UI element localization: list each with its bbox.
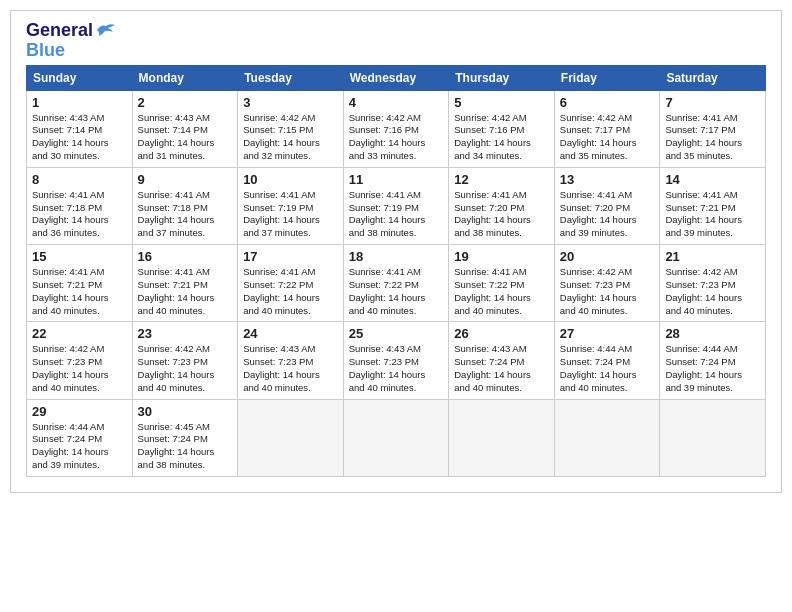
day-number: 29 [32, 404, 127, 419]
day-number: 21 [665, 249, 760, 264]
empty-cell [449, 399, 555, 476]
day-cell-8: 8 Sunrise: 4:41 AMSunset: 7:18 PMDayligh… [27, 167, 133, 244]
day-cell-7: 7 Sunrise: 4:41 AMSunset: 7:17 PMDayligh… [660, 90, 766, 167]
day-number: 30 [138, 404, 233, 419]
day-cell-15: 15 Sunrise: 4:41 AMSunset: 7:21 PMDaylig… [27, 245, 133, 322]
calendar-week-4: 22 Sunrise: 4:42 AMSunset: 7:23 PMDaylig… [27, 322, 766, 399]
day-cell-25: 25 Sunrise: 4:43 AMSunset: 7:23 PMDaylig… [343, 322, 449, 399]
day-number: 10 [243, 172, 338, 187]
day-number: 23 [138, 326, 233, 341]
day-number: 7 [665, 95, 760, 110]
day-cell-10: 10 Sunrise: 4:41 AMSunset: 7:19 PMDaylig… [238, 167, 344, 244]
column-header-thursday: Thursday [449, 65, 555, 90]
day-info: Sunrise: 4:42 AMSunset: 7:17 PMDaylight:… [560, 112, 637, 161]
header: General Blue [26, 21, 766, 61]
day-info: Sunrise: 4:43 AMSunset: 7:23 PMDaylight:… [349, 343, 426, 392]
column-header-saturday: Saturday [660, 65, 766, 90]
day-cell-24: 24 Sunrise: 4:43 AMSunset: 7:23 PMDaylig… [238, 322, 344, 399]
column-header-tuesday: Tuesday [238, 65, 344, 90]
day-info: Sunrise: 4:41 AMSunset: 7:18 PMDaylight:… [138, 189, 215, 238]
day-cell-9: 9 Sunrise: 4:41 AMSunset: 7:18 PMDayligh… [132, 167, 238, 244]
day-number: 26 [454, 326, 549, 341]
day-number: 24 [243, 326, 338, 341]
day-info: Sunrise: 4:42 AMSunset: 7:23 PMDaylight:… [665, 266, 742, 315]
day-info: Sunrise: 4:43 AMSunset: 7:14 PMDaylight:… [32, 112, 109, 161]
logo-text-general: General [26, 21, 93, 41]
day-number: 25 [349, 326, 444, 341]
day-cell-19: 19 Sunrise: 4:41 AMSunset: 7:22 PMDaylig… [449, 245, 555, 322]
day-number: 19 [454, 249, 549, 264]
day-info: Sunrise: 4:42 AMSunset: 7:16 PMDaylight:… [454, 112, 531, 161]
calendar-week-3: 15 Sunrise: 4:41 AMSunset: 7:21 PMDaylig… [27, 245, 766, 322]
calendar-week-5: 29 Sunrise: 4:44 AMSunset: 7:24 PMDaylig… [27, 399, 766, 476]
day-number: 16 [138, 249, 233, 264]
day-info: Sunrise: 4:41 AMSunset: 7:21 PMDaylight:… [665, 189, 742, 238]
day-cell-28: 28 Sunrise: 4:44 AMSunset: 7:24 PMDaylig… [660, 322, 766, 399]
day-cell-11: 11 Sunrise: 4:41 AMSunset: 7:19 PMDaylig… [343, 167, 449, 244]
day-number: 13 [560, 172, 655, 187]
day-cell-17: 17 Sunrise: 4:41 AMSunset: 7:22 PMDaylig… [238, 245, 344, 322]
day-cell-23: 23 Sunrise: 4:42 AMSunset: 7:23 PMDaylig… [132, 322, 238, 399]
day-cell-3: 3 Sunrise: 4:42 AMSunset: 7:15 PMDayligh… [238, 90, 344, 167]
day-cell-5: 5 Sunrise: 4:42 AMSunset: 7:16 PMDayligh… [449, 90, 555, 167]
day-number: 9 [138, 172, 233, 187]
day-number: 8 [32, 172, 127, 187]
day-info: Sunrise: 4:41 AMSunset: 7:21 PMDaylight:… [138, 266, 215, 315]
day-info: Sunrise: 4:44 AMSunset: 7:24 PMDaylight:… [665, 343, 742, 392]
day-cell-13: 13 Sunrise: 4:41 AMSunset: 7:20 PMDaylig… [554, 167, 660, 244]
day-info: Sunrise: 4:44 AMSunset: 7:24 PMDaylight:… [32, 421, 109, 470]
calendar: SundayMondayTuesdayWednesdayThursdayFrid… [26, 65, 766, 477]
calendar-week-2: 8 Sunrise: 4:41 AMSunset: 7:18 PMDayligh… [27, 167, 766, 244]
day-number: 1 [32, 95, 127, 110]
day-cell-1: 1 Sunrise: 4:43 AMSunset: 7:14 PMDayligh… [27, 90, 133, 167]
logo: General Blue [26, 21, 117, 61]
day-cell-20: 20 Sunrise: 4:42 AMSunset: 7:23 PMDaylig… [554, 245, 660, 322]
page: General Blue SundayMondayTuesdayWednesda… [10, 10, 782, 493]
column-header-friday: Friday [554, 65, 660, 90]
column-header-sunday: Sunday [27, 65, 133, 90]
day-info: Sunrise: 4:43 AMSunset: 7:23 PMDaylight:… [243, 343, 320, 392]
empty-cell [343, 399, 449, 476]
day-cell-30: 30 Sunrise: 4:45 AMSunset: 7:24 PMDaylig… [132, 399, 238, 476]
day-number: 4 [349, 95, 444, 110]
day-cell-4: 4 Sunrise: 4:42 AMSunset: 7:16 PMDayligh… [343, 90, 449, 167]
day-number: 15 [32, 249, 127, 264]
day-info: Sunrise: 4:42 AMSunset: 7:15 PMDaylight:… [243, 112, 320, 161]
day-number: 27 [560, 326, 655, 341]
day-cell-16: 16 Sunrise: 4:41 AMSunset: 7:21 PMDaylig… [132, 245, 238, 322]
empty-cell [238, 399, 344, 476]
day-number: 22 [32, 326, 127, 341]
day-info: Sunrise: 4:42 AMSunset: 7:16 PMDaylight:… [349, 112, 426, 161]
day-number: 3 [243, 95, 338, 110]
logo-bird-icon [95, 22, 117, 38]
day-cell-14: 14 Sunrise: 4:41 AMSunset: 7:21 PMDaylig… [660, 167, 766, 244]
day-number: 20 [560, 249, 655, 264]
column-header-monday: Monday [132, 65, 238, 90]
empty-cell [554, 399, 660, 476]
day-info: Sunrise: 4:41 AMSunset: 7:22 PMDaylight:… [349, 266, 426, 315]
day-info: Sunrise: 4:42 AMSunset: 7:23 PMDaylight:… [138, 343, 215, 392]
day-number: 6 [560, 95, 655, 110]
day-cell-29: 29 Sunrise: 4:44 AMSunset: 7:24 PMDaylig… [27, 399, 133, 476]
calendar-week-1: 1 Sunrise: 4:43 AMSunset: 7:14 PMDayligh… [27, 90, 766, 167]
day-info: Sunrise: 4:44 AMSunset: 7:24 PMDaylight:… [560, 343, 637, 392]
day-number: 12 [454, 172, 549, 187]
day-info: Sunrise: 4:42 AMSunset: 7:23 PMDaylight:… [32, 343, 109, 392]
day-info: Sunrise: 4:43 AMSunset: 7:14 PMDaylight:… [138, 112, 215, 161]
empty-cell [660, 399, 766, 476]
day-cell-27: 27 Sunrise: 4:44 AMSunset: 7:24 PMDaylig… [554, 322, 660, 399]
day-number: 11 [349, 172, 444, 187]
logo-text-blue: Blue [26, 41, 65, 61]
day-info: Sunrise: 4:41 AMSunset: 7:17 PMDaylight:… [665, 112, 742, 161]
day-info: Sunrise: 4:42 AMSunset: 7:23 PMDaylight:… [560, 266, 637, 315]
day-number: 28 [665, 326, 760, 341]
day-info: Sunrise: 4:43 AMSunset: 7:24 PMDaylight:… [454, 343, 531, 392]
column-header-wednesday: Wednesday [343, 65, 449, 90]
day-info: Sunrise: 4:41 AMSunset: 7:22 PMDaylight:… [243, 266, 320, 315]
day-cell-21: 21 Sunrise: 4:42 AMSunset: 7:23 PMDaylig… [660, 245, 766, 322]
day-cell-26: 26 Sunrise: 4:43 AMSunset: 7:24 PMDaylig… [449, 322, 555, 399]
day-info: Sunrise: 4:41 AMSunset: 7:20 PMDaylight:… [454, 189, 531, 238]
day-info: Sunrise: 4:41 AMSunset: 7:19 PMDaylight:… [243, 189, 320, 238]
day-number: 2 [138, 95, 233, 110]
day-cell-6: 6 Sunrise: 4:42 AMSunset: 7:17 PMDayligh… [554, 90, 660, 167]
